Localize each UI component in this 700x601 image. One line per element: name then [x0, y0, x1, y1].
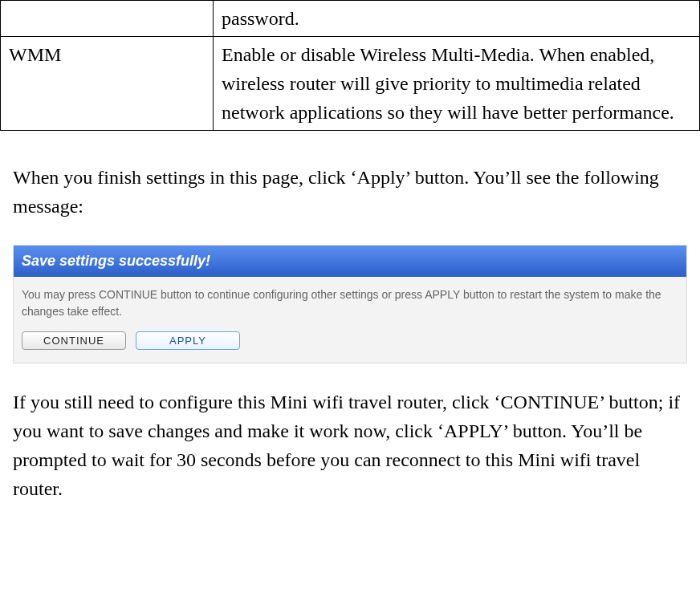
screenshot-header: Save settings successfully! — [14, 246, 686, 277]
continue-button[interactable]: CONTINUE — [22, 331, 126, 350]
screenshot-body: You may press CONTINUE button to continu… — [14, 277, 686, 363]
save-settings-screenshot: Save settings successfully! You may pres… — [13, 245, 687, 363]
table-cell-desc: Enable or disable Wireless Multi-Media. … — [214, 37, 700, 131]
apply-button[interactable]: APPLY — [136, 331, 240, 350]
table-row: WMM Enable or disable Wireless Multi-Med… — [1, 37, 700, 131]
table-row: password. — [1, 1, 700, 37]
settings-table: password. WMM Enable or disable Wireless… — [0, 0, 700, 131]
screenshot-button-row: CONTINUE APPLY — [22, 331, 678, 350]
paragraph-intro: When you finish settings in this page, c… — [13, 163, 687, 221]
table-cell-label — [1, 1, 214, 37]
paragraph-followup: If you still need to configure this Mini… — [13, 388, 687, 503]
table-cell-desc: password. — [214, 1, 700, 37]
screenshot-text: You may press CONTINUE button to continu… — [22, 286, 678, 320]
table-cell-label: WMM — [1, 37, 214, 131]
